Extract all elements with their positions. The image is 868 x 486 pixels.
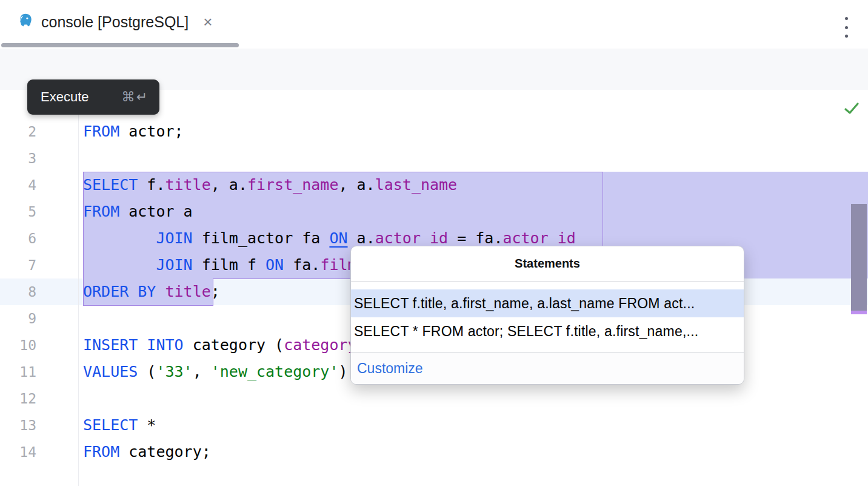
postgresql-elephant-icon	[17, 13, 33, 32]
code-token: fa.	[475, 229, 502, 247]
code-token: FROM	[83, 203, 119, 220]
tab-title: console [PostgreSQL]	[41, 13, 189, 31]
code-token: (	[138, 363, 156, 380]
line-number: 11	[0, 359, 36, 385]
kebab-menu-icon[interactable]	[840, 16, 852, 39]
code-token: film_actor fa	[193, 229, 330, 247]
code-token: fa.	[284, 256, 320, 274]
line-number: 8	[0, 278, 36, 305]
code-token: film f	[193, 256, 265, 274]
line-number: 10	[0, 332, 36, 359]
popup-title: Statements	[351, 246, 744, 282]
execute-tooltip: Execute ⌘↵	[27, 79, 159, 115]
code-token: =	[448, 229, 475, 247]
scrollbar-thumb[interactable]	[851, 204, 867, 311]
code-token: title	[165, 283, 210, 300]
code-token: first_name	[247, 176, 339, 194]
code-token: ORDER BY	[83, 283, 156, 300]
code-token: FROM	[83, 123, 119, 140]
code-token: FROM	[83, 443, 119, 461]
code-token: , a.	[211, 176, 247, 194]
code-token: JOIN	[156, 256, 192, 274]
tooltip-label: Execute	[41, 89, 89, 105]
code-token	[156, 283, 165, 300]
code-token	[83, 229, 156, 247]
code-line[interactable]: FROM category;	[83, 439, 211, 465]
code-token: ,	[193, 363, 211, 380]
code-line[interactable]: FROM actor;	[83, 118, 184, 145]
code-token: SELECT	[83, 176, 138, 194]
line-number: 14	[0, 439, 36, 465]
code-token: actor;	[119, 123, 183, 140]
code-token: ;	[211, 283, 220, 300]
popup-footer: Customize	[351, 352, 744, 384]
code-token: '33'	[156, 363, 192, 380]
code-token: VALUES	[83, 363, 138, 380]
line-number: 5	[0, 198, 36, 225]
inspections-ok-checkmark-icon[interactable]	[844, 101, 860, 116]
line-number: 6	[0, 225, 36, 252]
code-token: JOIN	[156, 229, 192, 247]
gutter-separator	[78, 90, 79, 486]
statement-border	[83, 305, 213, 306]
code-token	[83, 256, 156, 274]
line-number: 4	[0, 172, 36, 198]
code-token: f.	[138, 176, 165, 194]
tab-console-postgresql[interactable]: console [PostgreSQL] ×	[0, 0, 212, 44]
tab-selected-underline	[1, 43, 239, 47]
code-token: 'new_category'	[211, 363, 339, 380]
code-token: actor_id	[502, 229, 575, 247]
line-number: 13	[0, 412, 36, 439]
line-number: 12	[0, 385, 36, 412]
tab-bar: console [PostgreSQL] ×	[0, 0, 868, 49]
code-token: title	[165, 176, 210, 194]
code-token: last_name	[375, 176, 457, 194]
code-line[interactable]: SELECT *	[83, 412, 156, 439]
line-number: 9	[0, 305, 36, 332]
code-line[interactable]: SELECT f.title, a.first_name, a.last_nam…	[83, 172, 457, 198]
line-number: 7	[0, 252, 36, 278]
close-icon[interactable]: ×	[203, 14, 212, 30]
code-token: *	[138, 416, 156, 434]
code-token: category (	[184, 336, 284, 354]
line-number: 3	[0, 145, 36, 172]
code-token: actor_id	[375, 229, 448, 247]
code-token: category;	[119, 443, 211, 461]
code-line[interactable]: ORDER BY title;	[83, 278, 220, 305]
code-token: INSERT INTO	[83, 336, 184, 354]
code-line[interactable]: VALUES ('33', 'new_category');	[83, 359, 357, 385]
line-number: 2	[0, 118, 36, 145]
code-token: ON	[329, 229, 347, 247]
popup-item-list: SELECT f.title, a.first_name, a.last_nam…	[351, 282, 744, 345]
scrollbar-selection-mark	[851, 311, 867, 314]
code-token: SELECT	[83, 416, 138, 434]
statement-item[interactable]: SELECT f.title, a.first_name, a.last_nam…	[351, 289, 744, 317]
code-token: , a.	[338, 176, 375, 194]
customize-link[interactable]: Customize	[357, 360, 423, 377]
shortcut-cmd-enter: ⌘↵	[122, 89, 149, 105]
code-token: ON	[265, 256, 284, 274]
code-token: actor a	[119, 203, 192, 220]
statements-popup: Statements SELECT f.title, a.first_name,…	[350, 246, 744, 385]
code-token: a.	[357, 229, 375, 247]
statement-item[interactable]: SELECT * FROM actor; SELECT f.title, a.f…	[351, 317, 744, 345]
code-line[interactable]: FROM actor a	[83, 198, 193, 225]
code-token	[348, 229, 357, 247]
